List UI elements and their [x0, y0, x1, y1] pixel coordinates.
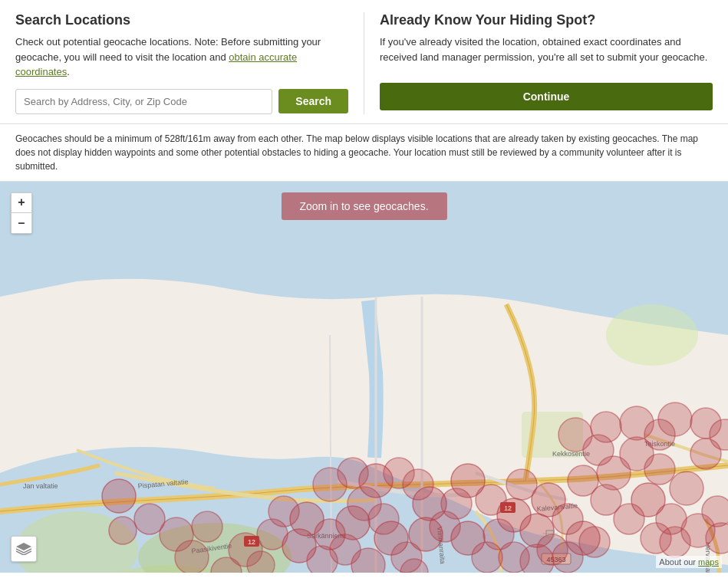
svg-point-49: [268, 496, 299, 527]
svg-point-3: [606, 304, 698, 366]
search-input[interactable]: [15, 89, 272, 114]
svg-point-30: [192, 511, 222, 542]
zoom-out-button[interactable]: –: [12, 213, 31, 233]
layers-icon: [16, 543, 31, 555]
search-row: Search: [15, 89, 348, 114]
continue-button[interactable]: Continue: [380, 83, 713, 110]
layers-button[interactable]: [11, 536, 37, 562]
info-bar: Geocaches should be a minimum of 528ft/1…: [0, 124, 728, 182]
right-panel: Already Know Your Hiding Spot? If you've…: [364, 12, 713, 114]
svg-point-26: [102, 479, 136, 513]
svg-point-28: [109, 517, 137, 544]
svg-point-85: [413, 487, 446, 521]
svg-point-93: [552, 542, 583, 573]
svg-point-35: [247, 551, 275, 573]
hiding-spot-title: Already Know Your Hiding Spot?: [380, 12, 713, 28]
hiding-spot-description: If you've already visited the location, …: [380, 34, 713, 64]
search-description: Check out potential geocache locations. …: [15, 34, 348, 80]
svg-point-74: [614, 504, 644, 534]
left-panel: Search Locations Check out potential geo…: [15, 12, 348, 114]
zoom-controls: + –: [11, 192, 32, 234]
svg-point-66: [644, 454, 675, 485]
svg-marker-104: [16, 543, 31, 550]
svg-point-78: [702, 496, 728, 527]
zoom-banner: Zoom in to see geocaches.: [281, 192, 446, 220]
svg-point-92: [520, 544, 554, 573]
svg-point-48: [282, 529, 316, 563]
svg-point-63: [472, 542, 502, 573]
map-background: 12 12 45363 3495 Tampere Pispatan valtat…: [0, 182, 728, 573]
svg-point-96: [591, 412, 621, 442]
svg-point-69: [670, 471, 703, 505]
search-button[interactable]: Search: [278, 89, 348, 113]
svg-point-99: [658, 402, 692, 436]
svg-point-95: [558, 418, 592, 452]
svg-point-94: [579, 527, 610, 557]
maps-link[interactable]: maps: [698, 557, 719, 567]
search-locations-title: Search Locations: [15, 12, 348, 28]
svg-point-31: [175, 540, 209, 573]
zoom-in-button[interactable]: +: [12, 193, 31, 213]
map-container: 12 12 45363 3495 Tampere Pispatan valtat…: [0, 182, 728, 573]
top-section: Search Locations Check out potential geo…: [0, 0, 728, 124]
svg-text:Jan valtatie: Jan valtatie: [23, 482, 58, 490]
map-attribution: About our maps: [656, 556, 722, 568]
